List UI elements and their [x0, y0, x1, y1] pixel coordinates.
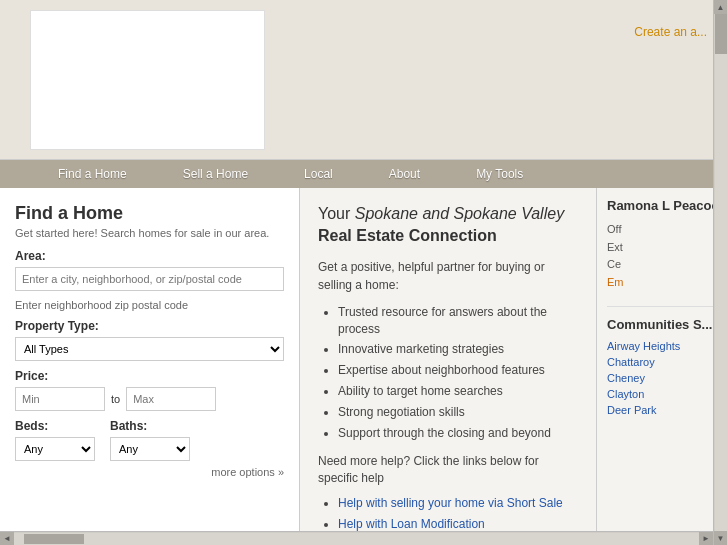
beds-select[interactable]: Any: [15, 437, 95, 461]
beds-col: Beds: Any: [15, 419, 95, 461]
zip-label: Enter neighborhood zip postal code: [15, 299, 284, 311]
vertical-scrollbar: ▲ ▼: [713, 0, 727, 545]
feature-item-3: Expertise about neighborhood features: [338, 362, 578, 379]
price-label: Price:: [15, 369, 284, 383]
price-to-label: to: [111, 393, 120, 405]
top-bar: Create an a...: [0, 0, 727, 160]
price-max-input[interactable]: [126, 387, 216, 411]
scroll-right-button[interactable]: ►: [699, 532, 713, 546]
communities-section: Communities S... Airway Heights Chattaro…: [607, 306, 717, 416]
feature-item-2: Innovative marketing strategies: [338, 341, 578, 358]
middle-panel: Your Spokane and Spokane Valley Real Est…: [300, 188, 597, 545]
more-options[interactable]: more options »: [15, 466, 284, 478]
agent-office: Off: [607, 221, 717, 239]
nav-item-find-home[interactable]: Find a Home: [30, 160, 155, 188]
price-min-input[interactable]: [15, 387, 105, 411]
feature-item-6: Support through the closing and beyond: [338, 425, 578, 442]
scroll-thumb[interactable]: [715, 14, 727, 54]
left-panel: Find a Home Get started here! Search hom…: [0, 188, 300, 545]
hscroll-thumb[interactable]: [24, 534, 84, 544]
community-chattaroy[interactable]: Chattaroy: [607, 356, 717, 368]
baths-label: Baths:: [110, 419, 190, 433]
area-label: Area:: [15, 249, 284, 263]
agent-ext: Ext: [607, 239, 717, 257]
agent-email: Em: [607, 274, 717, 292]
scroll-left-button[interactable]: ◄: [0, 532, 14, 546]
logo-box: [30, 10, 265, 150]
nav-item-about[interactable]: About: [361, 160, 448, 188]
agent-info: Off Ext Ce Em: [607, 221, 717, 291]
price-row: to: [15, 387, 284, 411]
middle-intro: Get a positive, helpful partner for buyi…: [318, 258, 578, 294]
baths-col: Baths: Any: [110, 419, 190, 461]
main-title: Your Spokane and Spokane Valley Real Est…: [318, 203, 578, 248]
nav-item-my-tools[interactable]: My Tools: [448, 160, 551, 188]
title-italic: Spokane and Spokane Valley: [355, 205, 564, 222]
feature-item-1: Trusted resource for answers about the p…: [338, 304, 578, 338]
community-clayton[interactable]: Clayton: [607, 388, 717, 400]
more-options-link[interactable]: more options »: [211, 466, 284, 478]
feature-item-4: Ability to target home searches: [338, 383, 578, 400]
scroll-down-button[interactable]: ▼: [714, 531, 728, 545]
agent-cell: Ce: [607, 256, 717, 274]
create-account-link[interactable]: Create an a...: [634, 25, 707, 39]
hscroll-track: [14, 533, 699, 545]
horizontal-scrollbar: ◄ ►: [0, 531, 713, 545]
property-type-row: All Types: [15, 337, 284, 361]
help-link-short-sale[interactable]: Help with selling your home via Short Sa…: [338, 496, 563, 510]
nav-item-sell-home[interactable]: Sell a Home: [155, 160, 276, 188]
features-list: Trusted resource for answers about the p…: [318, 304, 578, 442]
help-text: Need more help? Click the links below fo…: [318, 453, 578, 487]
panel-title: Find a Home: [15, 203, 284, 224]
agent-name: Ramona L Peacoc...: [607, 198, 717, 213]
help-link-loan-mod[interactable]: Help with Loan Modification: [338, 517, 485, 531]
property-type-label: Property Type:: [15, 319, 284, 333]
property-type-select[interactable]: All Types: [15, 337, 284, 361]
scroll-track: [715, 14, 727, 531]
communities-title: Communities S...: [607, 317, 717, 332]
feature-item-5: Strong negotiation skills: [338, 404, 578, 421]
main-content: Find a Home Get started here! Search hom…: [0, 188, 727, 545]
beds-label: Beds:: [15, 419, 95, 433]
scroll-up-button[interactable]: ▲: [714, 0, 728, 14]
nav-item-local[interactable]: Local: [276, 160, 361, 188]
baths-select[interactable]: Any: [110, 437, 190, 461]
title-bold: Real Estate Connection: [318, 227, 497, 244]
community-airway-heights[interactable]: Airway Heights: [607, 340, 717, 352]
community-deer-park[interactable]: Deer Park: [607, 404, 717, 416]
community-cheney[interactable]: Cheney: [607, 372, 717, 384]
right-panel: Ramona L Peacoc... Off Ext Ce Em Communi…: [597, 188, 727, 545]
help-link-item-1: Help with selling your home via Short Sa…: [338, 495, 578, 512]
agent-email-link[interactable]: Em: [607, 276, 624, 288]
area-input[interactable]: [15, 267, 284, 291]
title-prefix: Your: [318, 205, 355, 222]
panel-subtitle: Get started here! Search homes for sale …: [15, 227, 284, 239]
beds-baths-row: Beds: Any Baths: Any: [15, 419, 284, 461]
nav-bar: Find a Home Sell a Home Local About My T…: [0, 160, 727, 188]
